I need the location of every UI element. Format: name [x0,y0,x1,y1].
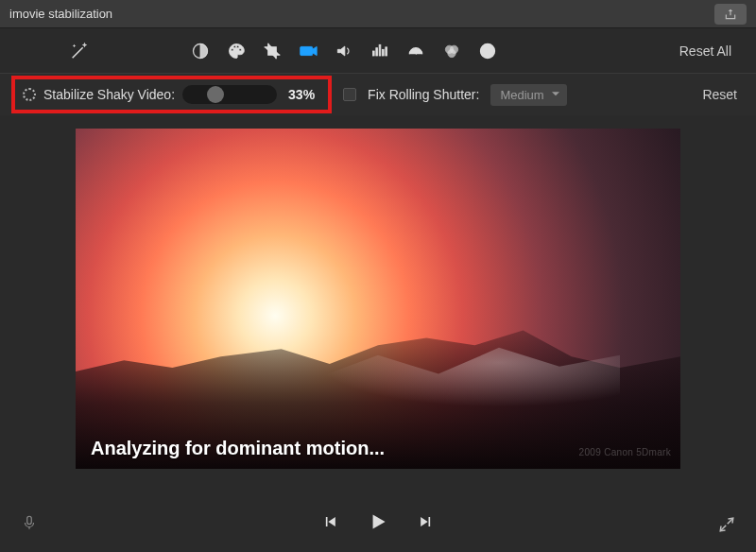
contrast-icon[interactable] [187,38,214,64]
equalizer-icon[interactable] [367,38,393,64]
stabilization-controls: Stabilize Shaky Video: 33% Fix Rolling S… [0,74,756,115]
transport-bar [0,495,756,552]
palette-icon[interactable] [223,38,249,64]
info-icon[interactable] [474,38,501,64]
expand-icon [718,516,735,533]
crop-icon[interactable] [259,38,285,64]
filters-icon[interactable] [438,38,465,64]
mic-icon [21,512,38,533]
share-button[interactable] [714,4,747,25]
processing-spinner-icon [23,88,36,101]
voiceover-mic-button[interactable] [21,512,38,537]
video-preview[interactable]: Analyzing for dominant motion... 2009 Ca… [76,129,680,469]
svg-rect-4 [379,44,381,56]
rolling-shutter-select[interactable]: Medium [490,84,566,106]
svg-rect-1 [301,46,313,55]
svg-rect-11 [27,516,32,524]
svg-rect-5 [383,49,385,56]
svg-rect-2 [373,51,375,56]
speedometer-icon[interactable] [403,38,429,64]
rolling-shutter-checkbox[interactable] [343,88,356,101]
skip-back-icon [320,512,339,531]
clip-metadata: 2009 Canon 5Dmark [579,447,671,457]
play-button[interactable] [366,509,390,538]
stabilization-tab-icon[interactable] [295,38,321,64]
rolling-shutter-value: Medium [500,88,543,102]
volume-icon[interactable] [331,38,357,64]
share-icon [724,8,737,21]
fullscreen-button[interactable] [718,516,735,537]
svg-point-9 [448,49,455,57]
rolling-shutter-label: Fix Rolling Shutter: [368,87,479,102]
stabilize-slider[interactable] [182,85,277,104]
stabilize-percent: 33% [288,87,315,102]
next-frame-button[interactable] [417,512,436,535]
titlebar: imovie stabilization [0,0,756,28]
reset-button[interactable]: Reset [702,87,737,102]
reset-all-button[interactable]: Reset All [674,43,737,59]
svg-rect-3 [376,47,378,55]
inspector-toolbar: Reset All [0,28,756,74]
magic-wand-icon[interactable] [66,38,93,64]
stabilize-label: Stabilize Shaky Video: [43,87,175,102]
prev-frame-button[interactable] [320,512,339,535]
analysis-status: Analyzing for dominant motion... [91,438,385,459]
stabilize-highlight-box: Stabilize Shaky Video: 33% [11,76,332,113]
window-title: imovie stabilization [9,7,112,21]
play-icon [366,509,390,534]
svg-rect-6 [386,46,387,55]
skip-forward-icon [417,512,436,531]
slider-handle[interactable] [207,86,224,103]
